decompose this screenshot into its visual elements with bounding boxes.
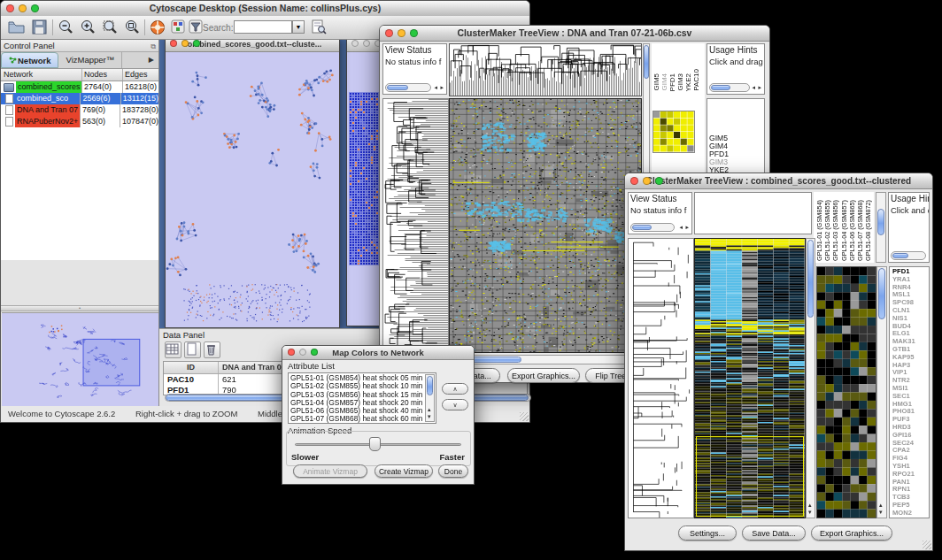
scroll-right-icon[interactable]: ▸: [440, 83, 444, 91]
search-input[interactable]: [234, 20, 292, 34]
hscrollbar[interactable]: [709, 83, 750, 92]
zoom-selected-icon[interactable]: [102, 19, 119, 39]
scroll-left-icon[interactable]: ◂: [752, 83, 755, 91]
export-graphics-button[interactable]: Export Graphics...: [507, 368, 580, 383]
scroll-right-icon[interactable]: ▸: [685, 223, 689, 231]
zoom-out-icon[interactable]: [58, 19, 74, 39]
scroll-down-icon[interactable]: ▾: [808, 508, 812, 516]
col-network[interactable]: Network: [1, 69, 82, 81]
minimize-icon[interactable]: [643, 177, 651, 185]
done-button[interactable]: Done: [438, 464, 468, 478]
speed-slider-thumb[interactable]: [369, 437, 381, 451]
table-row[interactable]: combined_sco 2569(6) 13112(15): [1, 93, 158, 104]
zoom-window-icon[interactable]: [193, 40, 200, 47]
close-icon[interactable]: [170, 40, 177, 47]
zoom-in-icon[interactable]: [80, 19, 97, 39]
zoom-heatmap-matrix[interactable]: [652, 111, 695, 153]
scroll-down-icon[interactable]: ▾: [879, 508, 883, 516]
col-id[interactable]: ID: [164, 362, 219, 373]
network-view-window[interactable]: combined_scores_good.txt--cluste...: [165, 40, 340, 328]
table-row[interactable]: combined_scores 2764(0) 16218(0): [1, 81, 158, 93]
minimize-icon[interactable]: [363, 40, 370, 47]
attribute-browser-icon[interactable]: [311, 19, 327, 38]
status-welcome: Welcome to Cytoscape 2.6.2: [8, 406, 115, 421]
col-edges[interactable]: Edges: [123, 69, 158, 81]
new-document-icon[interactable]: [184, 341, 201, 358]
scrollbar-thumb[interactable]: [877, 209, 884, 235]
scroll-left-icon[interactable]: ◂: [434, 83, 437, 91]
scrollbar-thumb[interactable]: [807, 240, 814, 318]
gene-label[interactable]: MON2: [892, 510, 929, 518]
close-icon[interactable]: [288, 349, 295, 356]
hscrollbar[interactable]: [891, 251, 926, 260]
open-icon[interactable]: [8, 19, 25, 38]
genelist-vscrollbar[interactable]: ▴ ▾: [876, 266, 887, 518]
scroll-left-icon[interactable]: ◂: [679, 223, 683, 231]
minimize-icon[interactable]: [19, 4, 27, 12]
scrollbar-thumb[interactable]: [892, 253, 908, 258]
panel-splitter[interactable]: •: [1, 305, 158, 311]
vizmapper-icon[interactable]: [171, 19, 186, 38]
heatmap-vscrollbar[interactable]: ▴ ▾: [806, 238, 815, 518]
scroll-right-icon[interactable]: ▸: [758, 83, 761, 91]
tab-overflow-icon[interactable]: ▶: [144, 52, 158, 68]
scrollbar-thumb[interactable]: [387, 85, 408, 90]
zoom-fit-icon[interactable]: [124, 19, 141, 39]
scrollbar-thumb[interactable]: [878, 268, 885, 319]
scrollbar-thumb[interactable]: [711, 85, 730, 90]
trash-icon[interactable]: [204, 341, 220, 358]
hscrollbar[interactable]: [385, 83, 431, 92]
tab-vizmapper[interactable]: VizMapper™: [58, 52, 122, 68]
resize-grip[interactable]: [520, 412, 529, 421]
main-heatmap[interactable]: [694, 238, 806, 518]
labels-vscrollbar[interactable]: [876, 192, 886, 263]
scrollbar-thumb[interactable]: [427, 376, 433, 395]
hscrollbar[interactable]: [630, 223, 675, 232]
zoom-heatmap[interactable]: [816, 266, 876, 518]
close-icon[interactable]: [385, 29, 393, 37]
table-row[interactable]: DNA and Tran 07 769(0) 183728(0): [1, 104, 158, 116]
minimize-icon[interactable]: [299, 349, 306, 356]
search-dropdown-icon[interactable]: ▼: [292, 20, 305, 34]
column-dendrogram[interactable]: [449, 43, 642, 96]
col-nodes[interactable]: Nodes: [82, 69, 123, 81]
row-dendrogram[interactable]: [382, 98, 449, 353]
tab-network[interactable]: Network: [1, 52, 58, 68]
zoom-window-icon[interactable]: [410, 29, 418, 37]
heatmap-hscrollbar[interactable]: ◂ ▸: [449, 355, 642, 364]
main-heatmap[interactable]: [449, 98, 642, 353]
table-icon[interactable]: [165, 341, 181, 358]
settings-button[interactable]: Settings...: [678, 525, 737, 541]
vscrollbar[interactable]: ▴ ▾: [425, 374, 435, 422]
main-titlebar[interactable]: Cytoscape Desktop (Session Name: collins…: [1, 1, 529, 17]
scrollbar-thumb[interactable]: [632, 225, 652, 230]
zoom-window-icon[interactable]: [311, 349, 318, 356]
move-up-button[interactable]: ∧: [442, 383, 468, 395]
close-icon[interactable]: [630, 177, 638, 185]
resize-grip[interactable]: [923, 541, 931, 549]
attribute-list[interactable]: GPL51-01 (GSM854) heat shock 05 minGPL51…: [288, 372, 436, 424]
table-row[interactable]: RNAPuberNov2+ 563(0) 107847(0): [1, 116, 158, 127]
window-controls[interactable]: [6, 4, 39, 12]
save-icon[interactable]: [32, 19, 48, 38]
save-data-button[interactable]: Save Data...: [742, 525, 806, 541]
float-panel-icon[interactable]: ⧉: [151, 41, 156, 52]
row-dendrogram[interactable]: [628, 238, 694, 518]
scrollbar-thumb[interactable]: [644, 45, 649, 79]
animate-vizmap-button[interactable]: Animate Vizmap: [293, 464, 367, 478]
close-icon[interactable]: [351, 40, 359, 47]
close-icon[interactable]: [6, 4, 14, 12]
network-overview-birdseye[interactable]: [2, 312, 158, 406]
move-down-button[interactable]: ∨: [442, 399, 468, 410]
network-canvas[interactable]: [166, 52, 337, 326]
attribute-item[interactable]: GPL51-07 (GSM868) heat shock 60 min: [290, 415, 423, 423]
zoom-window-icon[interactable]: [655, 177, 663, 185]
create-vizmap-button[interactable]: Create Vizmap: [374, 464, 433, 478]
scroll-down-icon[interactable]: ▾: [428, 412, 431, 420]
minimize-icon[interactable]: [398, 29, 405, 37]
zoom-window-icon[interactable]: [31, 4, 39, 12]
export-graphics-button[interactable]: Export Graphics...: [811, 525, 892, 541]
help-ring-icon[interactable]: [150, 19, 166, 39]
minimize-icon[interactable]: [181, 40, 189, 47]
annotation-icon[interactable]: [189, 19, 204, 38]
